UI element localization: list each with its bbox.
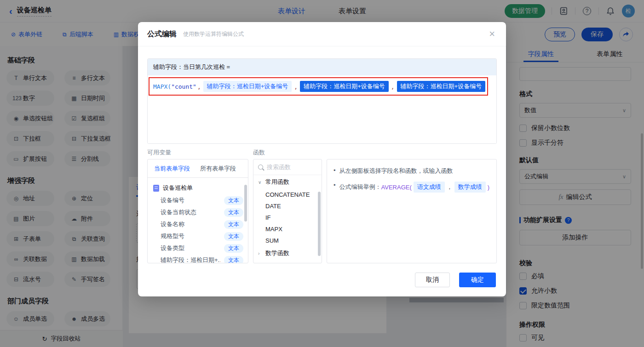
formula-token[interactable]: 辅助字段：巡检日期+设备编号 — [300, 81, 389, 92]
formula-target-field: 辅助字段：当日第几次巡检 = — [148, 59, 496, 75]
confirm-button[interactable]: 确定 — [459, 273, 496, 287]
variables-panel: 当前表单字段 所有表单字段 设备巡检单 设备编号 文本 — [147, 159, 248, 263]
modal-title: 公式编辑 — [147, 29, 177, 39]
variable-field-row[interactable]: 设备编号 文本 — [148, 194, 248, 206]
variable-field-name: 设备名称 — [161, 220, 184, 228]
function-group[interactable]: › 数学函数 — [253, 246, 322, 260]
variable-field-name: 辅助字段：巡检日期+... — [161, 256, 220, 263]
form-doc-icon — [153, 185, 159, 192]
formula-token[interactable]: 辅助字段：巡检日期+设备编号 — [203, 81, 292, 92]
function-item[interactable]: DATE — [253, 200, 322, 212]
formula-token[interactable]: )+1 — [487, 83, 488, 90]
variable-field-row[interactable]: 设备类型 文本 — [148, 242, 248, 254]
functions-panel: 搜索函数 ∨ 常用函数 CONCATENATE DATE IF — [253, 159, 322, 263]
variable-field-name: 规格型号 — [161, 232, 184, 240]
variables-label: 可用变量 — [147, 148, 253, 157]
cancel-button[interactable]: 取消 — [415, 273, 450, 287]
variable-field-row[interactable]: 规格型号 文本 — [148, 230, 248, 242]
variable-field-name: 设备当前状态 — [161, 208, 196, 216]
variable-field-row[interactable]: 辅助字段：巡检日期+... 文本 — [148, 254, 248, 263]
field-type-badge: 文本 — [224, 208, 243, 217]
function-search-input[interactable]: 搜索函数 — [253, 159, 322, 175]
formula-input-area[interactable]: MAPX( "count" , 辅助字段：巡检日期+设备编号 , 辅助字段：巡检… — [148, 75, 496, 144]
field-type-badge: 文本 — [224, 244, 243, 253]
function-group-common[interactable]: ∨ 常用函数 — [253, 175, 322, 189]
field-type-badge: 文本 — [224, 232, 243, 241]
formula-token[interactable]: MAPX( — [153, 83, 171, 90]
modal-subtitle: 使用数学运算符编辑公式 — [183, 30, 244, 38]
help-line-1: 从左侧面板选择字段名和函数，或输入函数 — [339, 167, 453, 175]
formula-token[interactable]: , — [196, 83, 202, 90]
chevron-expanded-icon: ∨ — [258, 180, 263, 185]
example-token: 数学成绩 — [454, 182, 486, 193]
formula-edit-modal: 公式编辑 使用数学运算符编辑公式 × 辅助字段：当日第几次巡检 = MAPX( … — [138, 22, 506, 296]
example-token: 语文成绩 — [414, 182, 445, 193]
field-type-badge: 文本 — [224, 220, 243, 229]
variable-field-name: 设备编号 — [161, 196, 184, 205]
function-item[interactable]: SUM — [253, 235, 322, 246]
app-root: ‹ 设备巡检单 表单设计 表单设置 数据管理 ? — [0, 0, 644, 347]
example-token: ， — [447, 183, 453, 191]
field-type-badge: 文本 — [224, 256, 243, 264]
help-example: 公式编辑举例： AVERAGE( 语文成绩 ， 数学成绩 — [339, 182, 490, 193]
help-panel: • 从左侧面板选择字段名和函数，或输入函数 • 公式编辑举例： AVERAGE( — [327, 159, 497, 263]
example-token: ) — [488, 184, 489, 191]
formula-token[interactable]: , — [293, 83, 299, 90]
variable-field-row[interactable]: 设备当前状态 文本 — [148, 206, 248, 218]
functions-scrollbar[interactable] — [318, 192, 321, 256]
functions-label: 函数 — [253, 148, 265, 157]
example-token: 公式编辑举例： — [339, 183, 381, 191]
function-item[interactable]: MAPX — [253, 223, 322, 235]
function-item[interactable]: CONCATENATE — [253, 189, 322, 200]
close-icon[interactable]: × — [489, 29, 495, 39]
variable-field-row[interactable]: 设备名称 文本 — [148, 218, 248, 230]
variable-field-name: 设备类型 — [161, 244, 184, 252]
field-type-badge: 文本 — [224, 196, 243, 205]
bullet-icon: • — [334, 182, 336, 188]
formula-token[interactable]: 辅助字段：巡检日期+设备编号 — [397, 81, 486, 92]
formula-token[interactable]: "count" — [171, 83, 196, 90]
variables-scrollbar[interactable] — [244, 185, 247, 222]
bullet-icon: • — [334, 167, 336, 174]
function-item[interactable]: IF — [253, 212, 322, 223]
function-group[interactable]: › 文本函数 — [253, 260, 322, 263]
form-node[interactable]: 设备巡检单 — [148, 182, 248, 194]
form-node-label: 设备巡检单 — [163, 184, 193, 192]
example-token: AVERAGE( — [381, 184, 412, 191]
search-placeholder: 搜索函数 — [267, 163, 291, 171]
chevron-collapsed-icon: › — [258, 251, 263, 256]
tab-current-form-fields[interactable]: 当前表单字段 — [154, 165, 190, 173]
tab-all-form-fields[interactable]: 所有表单字段 — [200, 165, 236, 173]
formula-token[interactable]: , — [390, 83, 396, 90]
formula-expression[interactable]: MAPX( "count" , 辅助字段：巡检日期+设备编号 , 辅助字段：巡检… — [149, 77, 488, 96]
search-icon — [258, 165, 263, 170]
formula-editor: 辅助字段：当日第几次巡检 = MAPX( "count" , 辅助字段：巡检日期… — [147, 58, 497, 144]
